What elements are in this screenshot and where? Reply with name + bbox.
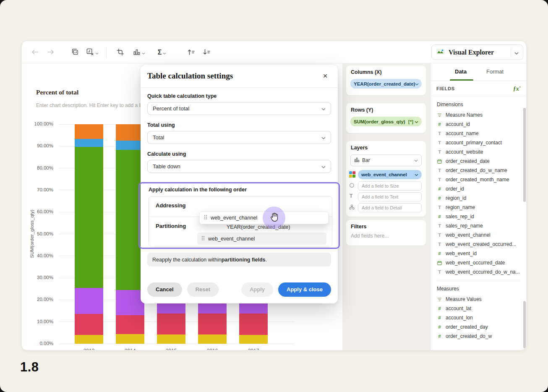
- drag-handle-icon[interactable]: [201, 235, 205, 242]
- field-row-region-name[interactable]: Tregion_name: [437, 203, 527, 212]
- chart-title[interactable]: Percent of total: [36, 89, 78, 96]
- fields-panel: Data Format FIELDS ƒx+ Dimensions Measur…: [430, 63, 527, 350]
- bar-segment-segment-yellow[interactable]: [198, 335, 227, 344]
- chart-type-button[interactable]: [130, 47, 148, 58]
- field-row-web-event-channel[interactable]: Tweb_event_channel: [437, 230, 527, 240]
- field-row-web-event-id[interactable]: #web_event_id: [437, 249, 527, 258]
- bar-segment-segment-yellow[interactable]: [157, 335, 185, 344]
- text-icon: T: [437, 149, 442, 154]
- field-row-account-primary-contact[interactable]: Taccount_primary_contact: [437, 138, 527, 147]
- forward-button[interactable]: [44, 47, 57, 58]
- tab-data[interactable]: Data: [455, 68, 467, 75]
- x-tick-label: 2016: [198, 348, 227, 350]
- number-icon: #: [437, 214, 442, 219]
- y-tick-label: 70.00%: [37, 187, 53, 192]
- quick-table-calculation-type-select[interactable]: Percent of total: [147, 102, 331, 115]
- total-using-select[interactable]: Total: [147, 131, 331, 144]
- field-row-measure-names[interactable]: Measure Names: [437, 110, 527, 120]
- field-row-sales-rep-id[interactable]: #sales_rep_id: [437, 212, 527, 221]
- filters-dropzone[interactable]: Add fields here...: [351, 233, 389, 239]
- field-row-order-created-do-w-name[interactable]: Torder_created_do_w_name: [437, 166, 527, 175]
- visual-explorer-logo-icon: [436, 48, 445, 57]
- field-row-account-id[interactable]: #account_id: [437, 120, 527, 129]
- bar-segment-segment-red[interactable]: [157, 314, 185, 335]
- y-tick-label: 60.00%: [37, 209, 53, 214]
- stacked-bar-2013[interactable]: [75, 124, 103, 344]
- screen: Σ Visual Explorer Percent of total Enter…: [0, 0, 548, 392]
- bar-segment-segment-purple[interactable]: [116, 290, 144, 315]
- chart-description-placeholder[interactable]: Enter chart description. Hit Enter key t…: [36, 102, 144, 108]
- field-row-region-id[interactable]: #region_id: [437, 193, 527, 203]
- layer-type-select[interactable]: Bar: [350, 154, 422, 166]
- measures-scrollbar[interactable]: [523, 301, 526, 348]
- color-field-chip[interactable]: web_event_channel: [358, 170, 422, 179]
- crop-button[interactable]: [114, 47, 127, 58]
- calculate-using-select[interactable]: Table down: [147, 160, 331, 173]
- rows-field-chip[interactable]: SUM(order_gloss_qty) [*]: [350, 117, 422, 126]
- bar-segment-segment-red[interactable]: [116, 315, 144, 334]
- field-row-order-created-day[interactable]: #order_created_day: [437, 322, 527, 332]
- bar-segment-segment-yellow[interactable]: [116, 334, 144, 344]
- field-row-measure-values[interactable]: Measure Values: [437, 295, 527, 304]
- columns-field-chip[interactable]: YEAR(order_created_date): [350, 79, 422, 89]
- field-label: Measure Names: [446, 112, 483, 118]
- field-row-order-id[interactable]: #order_id: [437, 184, 527, 193]
- select-value: Total: [153, 134, 164, 141]
- field-row-order-created-month-name[interactable]: Torder_created_month_name: [437, 175, 527, 184]
- bar-segment-segment-red[interactable]: [198, 314, 227, 335]
- sort-descending-button[interactable]: [200, 47, 213, 58]
- detail-field-dropzone[interactable]: Add a field to Detail: [358, 203, 422, 212]
- visual-explorer-menu[interactable]: Visual Explorer: [431, 44, 523, 60]
- x-tick-label: 2013: [75, 348, 103, 350]
- forward-arrow-icon: [47, 49, 55, 56]
- bar-segment-segment-yellow[interactable]: [75, 335, 103, 344]
- bar-segment-segment-orange[interactable]: [75, 124, 103, 139]
- field-row-web-event-occurred-date[interactable]: web_event_occurred_date: [437, 258, 527, 267]
- back-button[interactable]: [29, 47, 41, 58]
- field-row-account-lat[interactable]: #account_lat: [437, 304, 527, 313]
- field-row-account-name[interactable]: Taccount_name: [437, 129, 527, 138]
- bar-segment-segment-orange[interactable]: [116, 124, 144, 141]
- dimensions-scrollbar[interactable]: [523, 108, 526, 202]
- field-row-order-created-date[interactable]: order_created_date: [437, 157, 527, 166]
- addressing-label: Addressing: [156, 202, 186, 209]
- bar-segment-segment-red[interactable]: [239, 314, 268, 335]
- bar-segment-segment-red[interactable]: [75, 314, 103, 335]
- size-field-dropzone[interactable]: Add a field to Size: [358, 181, 422, 191]
- duplicate-chart-button[interactable]: [68, 47, 81, 58]
- add-calculation-fx-button[interactable]: ƒx+: [513, 85, 521, 92]
- tab-format[interactable]: Format: [486, 68, 504, 75]
- chevron-down-icon: [163, 50, 166, 56]
- color-legend-icon[interactable]: [348, 170, 356, 178]
- reset-button[interactable]: Reset: [187, 282, 219, 297]
- field-row-sales-rep-name[interactable]: Tsales_rep_name: [437, 221, 527, 230]
- drag-handle-icon[interactable]: [204, 214, 207, 221]
- field-row-web-event-created-occurred-[interactable]: Tweb_event_created_occurred...: [437, 240, 527, 249]
- close-icon[interactable]: ×: [319, 70, 331, 82]
- bar-segment-segment-purple[interactable]: [75, 288, 103, 314]
- aggregation-button[interactable]: Σ: [153, 47, 171, 58]
- sort-ascending-button[interactable]: [184, 47, 198, 58]
- field-row-account-website[interactable]: Taccount_website: [437, 147, 527, 157]
- field-label: sales_rep_name: [446, 223, 483, 229]
- chevron-down-icon: [95, 50, 99, 56]
- field-row-account-lon[interactable]: #account_lon: [437, 313, 527, 322]
- text-field-dropzone[interactable]: Add a field to Text: [358, 192, 422, 201]
- cancel-button[interactable]: Cancel: [147, 282, 182, 297]
- field-label: account_lon: [446, 315, 473, 321]
- field-row-order-created-do-w[interactable]: #order_created_do_w: [437, 332, 527, 341]
- field-label: account_name: [446, 131, 479, 136]
- field-label: order_created_date: [446, 158, 490, 164]
- calendar-icon: [437, 261, 442, 265]
- number-icon: #: [437, 251, 442, 256]
- partitioning-field-web-event-channel[interactable]: web_event_channel: [197, 233, 326, 245]
- bar-segment-segment-blue[interactable]: [75, 139, 103, 147]
- bar-segment-segment-green[interactable]: [75, 147, 103, 288]
- apply-and-close-button[interactable]: Apply & close: [278, 282, 331, 297]
- bar-segment-segment-yellow[interactable]: [239, 335, 268, 344]
- remove-chart-button[interactable]: [83, 47, 102, 58]
- back-arrow-icon: [31, 49, 39, 56]
- apply-button[interactable]: Apply: [241, 282, 273, 297]
- bar-segment-segment-blue[interactable]: [116, 141, 144, 149]
- field-row-web-event-occurred-do-w-na-[interactable]: Tweb_event_occurred_do_w_na...: [437, 267, 527, 277]
